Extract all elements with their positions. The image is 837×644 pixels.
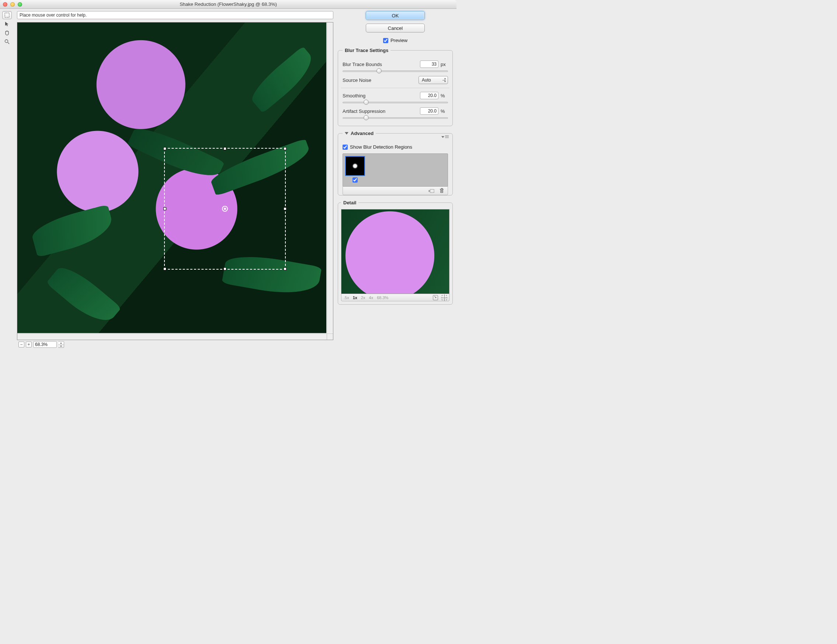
direct-selection-tool[interactable] [2,20,12,28]
scroll-corner [327,334,333,340]
preview-label: Preview [391,38,407,43]
artifact-suppression-unit: % [441,108,448,114]
detail-zoom-4x[interactable]: 4x [369,296,374,300]
source-noise-select[interactable]: Auto ▴▾ [419,76,448,84]
detail-zoom-bar: .5x 1x 2x 4x 68.3% [341,294,450,301]
smoothing-field[interactable]: 20.0 [420,92,438,99]
blur-region-enabled-checkbox[interactable] [353,177,358,182]
source-noise-value: Auto [422,77,431,83]
detail-zoom-2x[interactable]: 2x [361,296,365,300]
show-blur-regions-label: Show Blur Detection Regions [350,144,412,150]
svg-line-2 [8,43,9,44]
blur-region-list [343,153,448,187]
resize-handle-bottom-right[interactable] [284,268,287,270]
delete-region-button[interactable] [439,188,445,193]
zoom-value-field[interactable]: 68.3% [33,341,57,348]
loupe-target-button[interactable] [442,295,447,300]
blur-trace-bounds-label: Blur Trace Bounds [343,62,382,67]
blur-trace-legend: Blur Trace Settings [343,48,391,53]
svg-rect-3 [430,189,434,192]
vertical-scrollbar[interactable] [327,23,333,333]
resize-handle-bottom[interactable] [223,268,226,270]
preview-checkbox[interactable] [383,38,388,43]
blur-estimation-region[interactable] [164,148,286,269]
detail-group: Detail .5x 1x 2x 4x 68.3% [338,200,453,305]
artifact-suppression-field[interactable]: 20.0 [420,107,438,115]
svg-rect-0 [5,13,9,17]
cancel-button[interactable]: Cancel [366,24,425,33]
artifact-suppression-slider[interactable] [343,115,448,120]
smoothing-label: Smoothing [343,93,365,99]
ok-button[interactable]: OK [366,11,425,20]
resize-handle-top-left[interactable] [163,147,166,150]
undock-loupe-button[interactable] [433,295,438,300]
advanced-legend: Advanced [351,131,374,136]
detail-zoom-1x[interactable]: 1x [353,296,357,300]
blur-estimation-tool[interactable] [2,11,12,19]
resize-handle-right[interactable] [284,207,287,210]
preview-canvas-container [17,22,333,340]
close-window-button[interactable] [3,2,7,7]
advanced-group: Advanced Show Blur Detection Regions [338,131,453,196]
blur-trace-bounds-slider[interactable] [343,69,448,73]
resize-handle-top[interactable] [223,147,226,150]
detail-zoom-0-5x[interactable]: .5x [344,296,349,300]
blur-trace-settings-group: Blur Trace Settings Blur Trace Bounds 33… [338,48,453,126]
help-bar: Place mouse over control for help. [17,11,333,19]
resize-handle-top-right[interactable] [284,147,287,150]
horizontal-scrollbar[interactable] [17,334,327,340]
window-title: Shake Reduction (FlowerShaky.jpg @ 68.3%… [0,2,456,7]
detail-zoom-fit[interactable]: 68.3% [377,296,388,300]
advanced-panel-menu[interactable] [441,135,449,138]
detail-legend: Detail [341,200,358,205]
window-titlebar: Shake Reduction (FlowerShaky.jpg @ 68.3%… [0,0,456,9]
show-blur-regions-checkbox[interactable] [343,145,348,150]
blur-region-thumbnail[interactable] [345,156,365,176]
svg-point-1 [5,40,8,43]
advanced-disclosure-icon[interactable] [345,132,348,135]
smoothing-unit: % [441,93,448,99]
blur-trace-bounds-field[interactable]: 33 [420,61,438,68]
resize-handle-left[interactable] [163,207,166,210]
image-preview [17,23,326,333]
preview-canvas[interactable] [17,23,326,333]
zoom-window-button[interactable] [18,2,22,7]
detail-loupe-image[interactable] [341,209,450,294]
zoom-bar: − + 68.3% ▲▼ [17,340,333,348]
add-region-button[interactable] [428,188,434,193]
resize-handle-bottom-left[interactable] [163,268,166,270]
smoothing-slider[interactable] [343,100,448,104]
artifact-suppression-label: Artifact Suppression [343,108,385,114]
zoom-out-button[interactable]: − [18,342,24,347]
tool-strip [0,9,16,352]
minimize-window-button[interactable] [10,2,15,7]
zoom-tool[interactable] [2,38,12,46]
source-noise-label: Source Noise [343,77,371,83]
help-text: Place mouse over control for help. [20,13,87,18]
zoom-stepper[interactable]: ▲▼ [58,341,64,348]
hand-tool[interactable] [2,29,12,37]
blur-trace-bounds-unit: px [441,62,448,67]
zoom-in-button[interactable]: + [26,342,32,347]
region-center-pin[interactable] [222,206,228,212]
